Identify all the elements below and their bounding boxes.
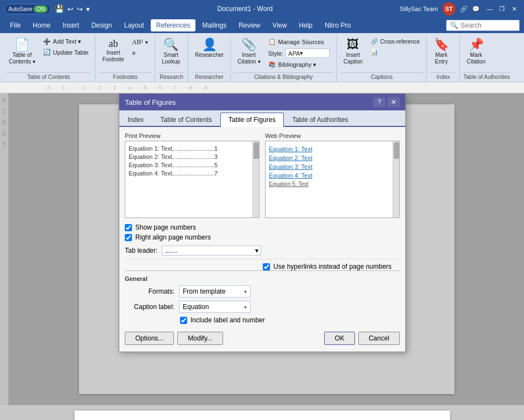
- menu-design[interactable]: Design: [86, 19, 117, 31]
- web-entry-2[interactable]: Equation 2: Text: [269, 155, 396, 161]
- dialog-tab-figures[interactable]: Table of Figures: [220, 113, 284, 127]
- dialog-tab-index[interactable]: Index: [119, 113, 152, 127]
- insert-index-btn[interactable]: 📊: [367, 47, 424, 57]
- show-notes-icon: ≡: [132, 50, 135, 56]
- minimize-btn[interactable]: —: [484, 4, 495, 13]
- menu-references[interactable]: References: [151, 19, 195, 31]
- dialog-tab-authorities[interactable]: Table of Authorities: [284, 113, 356, 127]
- mark-citation-btn[interactable]: 📌 MarkCitation: [463, 36, 489, 67]
- doc-footer-area: Properties of roots: Equation 5 (√x a) x…: [0, 405, 524, 420]
- menu-insert[interactable]: Insert: [57, 19, 84, 31]
- general-label: General: [125, 275, 400, 282]
- right-align-label: Right align page numbers: [135, 233, 211, 241]
- include-label-label: Include label and number: [190, 316, 265, 324]
- more-icon[interactable]: ▾: [86, 5, 90, 13]
- bibliography-icon: 📚: [268, 61, 276, 68]
- menu-mailings[interactable]: Mailings: [197, 19, 232, 31]
- formats-select[interactable]: From template ▾: [179, 285, 251, 297]
- show-page-numbers-checkbox[interactable]: [125, 224, 132, 231]
- footnote-icon: ab: [109, 39, 118, 49]
- print-entry-1: Equation 1: Text........................…: [129, 145, 256, 152]
- close-btn[interactable]: ✕: [509, 4, 520, 13]
- menu-layout[interactable]: Layout: [119, 19, 150, 31]
- web-scrollbar[interactable]: [393, 141, 399, 217]
- manage-sources-btn[interactable]: 📋 Manage Sources: [265, 36, 334, 47]
- show-notes-btn[interactable]: ≡: [129, 48, 151, 58]
- insert-footnote-btn[interactable]: ab InsertFootnote: [99, 36, 127, 65]
- print-preview-scroll[interactable]: Equation 1: Text........................…: [125, 141, 259, 217]
- mark-entry-btn[interactable]: 🔖 MarkEntry: [430, 36, 452, 67]
- insert-caption-btn[interactable]: 🖼 InsertCaption: [340, 36, 366, 67]
- dialog-help-btn[interactable]: ?: [373, 97, 385, 107]
- undo-icon[interactable]: ↩: [67, 5, 73, 13]
- maximize-btn[interactable]: ❐: [496, 4, 507, 13]
- ok-btn[interactable]: OK: [324, 332, 354, 345]
- dialog-footer: Options... Modify... OK Cancel: [125, 328, 400, 346]
- dialog-title: Table of Figures: [125, 98, 176, 107]
- menu-nitro[interactable]: Nitro Pro: [319, 19, 356, 31]
- comment-icon[interactable]: 💬: [472, 6, 480, 13]
- next-footnote-btn[interactable]: AB¹ ▾: [129, 36, 151, 48]
- tab-leader-select[interactable]: ....... ▾: [162, 246, 261, 256]
- checkboxes-section: Show page numbers Right align page numbe…: [125, 224, 400, 241]
- citation-icon: 📎: [241, 39, 256, 51]
- save-icon[interactable]: 💾: [55, 4, 64, 13]
- menu-bar: File Home Insert Design Layout Reference…: [0, 18, 524, 33]
- preview-area: Print Preview Equation 1: Text..........…: [125, 132, 400, 218]
- window-controls: — ❐ ✕: [484, 4, 520, 13]
- ribbon-search-box[interactable]: 🔍: [446, 20, 520, 31]
- researcher-btn[interactable]: 👤 Researcher: [192, 36, 227, 61]
- web-entry-4[interactable]: Equation 4: Text: [269, 172, 396, 179]
- dialog-tab-toc[interactable]: Table of Contents: [152, 113, 220, 127]
- caption-label-row: Caption label: Equation ▾: [125, 301, 400, 313]
- web-entry-5[interactable]: Equation 5: Text: [269, 181, 396, 187]
- add-text-btn[interactable]: ➕ Add Text ▾: [40, 36, 92, 47]
- mark-citation-icon: 📌: [469, 39, 484, 51]
- use-hyperlinks-checkbox[interactable]: [263, 263, 270, 270]
- menu-review[interactable]: Review: [233, 19, 266, 31]
- include-label-checkbox[interactable]: [180, 317, 187, 324]
- horizontal-ruler: · 2 · · · · 1 · · · · · · 1 · · · · 2 · …: [0, 82, 524, 93]
- citations-group-label: Citations & Bibliography: [234, 72, 333, 82]
- autosave-toggle[interactable]: AutoSave ON: [4, 4, 51, 14]
- share-icon[interactable]: 🔗: [460, 6, 468, 13]
- insert-citation-btn[interactable]: 📎 InsertCitation ▾: [234, 36, 264, 67]
- manage-sources-icon: 📋: [268, 38, 276, 45]
- menu-help[interactable]: Help: [293, 19, 318, 31]
- web-entry-1[interactable]: Equation 1: Text: [269, 146, 396, 152]
- update-table-btn[interactable]: 🔄 Update Table: [40, 47, 92, 57]
- web-preview-scroll[interactable]: Equation 1: Text Equation 2: Text Equati…: [266, 141, 399, 217]
- tab-leader-row: Tab leader: ....... ▾: [125, 246, 400, 256]
- footnotes-group-label: Footnotes: [99, 72, 151, 82]
- right-align-checkbox[interactable]: [125, 234, 132, 241]
- tab-leader-label: Tab leader:: [125, 247, 157, 254]
- dialog-body: Print Preview Equation 1: Text..........…: [119, 127, 405, 352]
- menu-home[interactable]: Home: [27, 19, 56, 31]
- include-label-row: Include label and number: [125, 316, 400, 324]
- print-preview-box: Equation 1: Text........................…: [125, 141, 260, 218]
- toc-group-label: Table of Contents: [6, 72, 92, 82]
- style-select[interactable]: APA ▾: [285, 49, 330, 58]
- modify-btn[interactable]: Modify...: [177, 332, 223, 345]
- user-avatar[interactable]: ST: [442, 2, 456, 15]
- caption-label-select[interactable]: Equation ▾: [179, 301, 251, 313]
- web-entry-3[interactable]: Equation 3: Text: [269, 163, 396, 170]
- menu-view[interactable]: View: [267, 19, 293, 31]
- cross-reference-btn[interactable]: 🔗 Cross-reference: [367, 36, 424, 47]
- title-bar-right: SillySac Team ST 🔗 💬 — ❐ ✕: [400, 2, 520, 15]
- search-input[interactable]: [461, 22, 516, 29]
- print-entry-2: Equation 2: Text........................…: [129, 153, 256, 160]
- dialog-close-btn[interactable]: ✕: [388, 97, 400, 107]
- redo-icon[interactable]: ↪: [77, 5, 83, 13]
- options-btn[interactable]: Options...: [125, 332, 174, 345]
- table-of-figures-dialog: Table of Figures ? ✕ Index Table of Cont…: [119, 93, 406, 352]
- menu-file[interactable]: File: [4, 19, 26, 31]
- lookup-group-label: Research: [158, 72, 184, 82]
- caption-label-label: Caption label:: [125, 303, 174, 311]
- bibliography-btn[interactable]: 📚 Bibliography ▾: [265, 60, 334, 70]
- smart-lookup-btn[interactable]: 🔍 SmartLookup: [158, 36, 183, 67]
- table-of-contents-btn[interactable]: 📄 Table ofContents ▾: [6, 36, 39, 67]
- cancel-btn[interactable]: Cancel: [358, 332, 400, 345]
- general-section: General Formats: From template ▾ Caption…: [125, 270, 400, 324]
- print-scrollbar[interactable]: [252, 141, 259, 217]
